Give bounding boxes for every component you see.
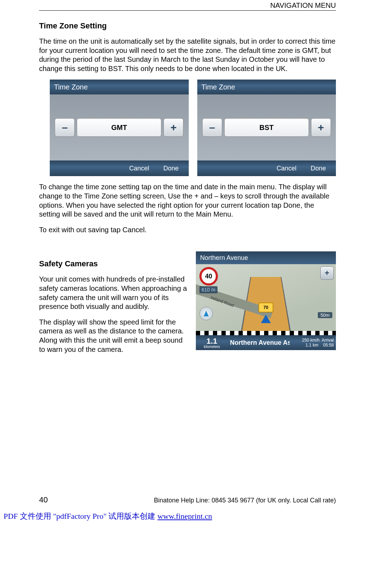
distance-bar — [196, 331, 336, 335]
section-title-safety-cameras: Safety Cameras — [39, 259, 189, 268]
timezone-value: GMT — [77, 118, 161, 137]
camera-marker: 70 — [258, 303, 273, 312]
minus-button[interactable]: – — [55, 118, 75, 137]
vehicle-cursor-icon — [261, 315, 271, 323]
navigation-screen: Northern Avenue Ireland Road 40 610 m + … — [196, 251, 336, 350]
running-head: NAVIGATION MENU — [39, 0, 336, 11]
pdf-watermark-link[interactable]: www.fineprint.cn — [157, 512, 212, 521]
timezone-para-2: To change the time zone setting tap on t… — [39, 183, 336, 219]
nav-map: Ireland Road 40 610 m + 70 50m — [196, 264, 336, 335]
plus-button[interactable]: + — [311, 118, 331, 137]
tz-header: Time Zone — [50, 80, 189, 94]
trip-stats: 250 km/h Arrival 1.1 km 05:58 — [290, 338, 336, 348]
timezone-para-3: To exit with out saving tap Cancel. — [39, 225, 336, 235]
camera-distance-badge: 610 m — [199, 286, 218, 293]
zoom-in-button[interactable]: + — [320, 266, 334, 280]
nav-top-street: Northern Avenue — [196, 251, 336, 264]
plus-button[interactable]: + — [164, 118, 183, 137]
cancel-button[interactable]: Cancel — [129, 165, 149, 172]
page-number: 40 — [39, 495, 48, 505]
timezone-para-1: The time on the unit is automatically se… — [39, 37, 336, 73]
timezone-screenshots: Time Zone – GMT + Cancel Done Time Zone … — [50, 80, 336, 176]
nav-bottom-bar: 1.1 kilometers Northern Avenue Ash... 25… — [196, 335, 336, 350]
safety-para-2: The display will show the speed limit fo… — [39, 318, 189, 354]
timezone-screen-bst: Time Zone – BST + Cancel Done — [197, 80, 336, 176]
pdf-watermark: PDF 文件使用 "pdfFactory Pro" 试用版本创建 www.fin… — [4, 511, 336, 522]
timezone-value: BST — [224, 118, 309, 137]
helpline-text: Binatone Help Line: 0845 345 9677 (for U… — [154, 497, 336, 504]
current-street: Northern Avenue Ash... — [228, 339, 290, 347]
minus-button[interactable]: – — [202, 118, 222, 137]
scale-bar: 50m — [318, 312, 332, 318]
timezone-screen-gmt: Time Zone – GMT + Cancel Done — [50, 80, 189, 176]
next-turn-distance: 1.1 kilometers — [196, 337, 228, 349]
section-title-timezone: Time Zone Setting — [39, 21, 336, 31]
speed-limit-sign: 40 — [199, 267, 218, 285]
page-footer: 40 Binatone Help Line: 0845 345 9677 (fo… — [39, 495, 336, 505]
done-button[interactable]: Done — [311, 165, 326, 172]
tz-header: Time Zone — [197, 80, 336, 94]
compass-icon[interactable] — [199, 307, 213, 320]
cancel-button[interactable]: Cancel — [277, 165, 296, 172]
done-button[interactable]: Done — [163, 165, 178, 172]
safety-para-1: Your unit comes with hundreds of pre-ins… — [39, 275, 189, 311]
